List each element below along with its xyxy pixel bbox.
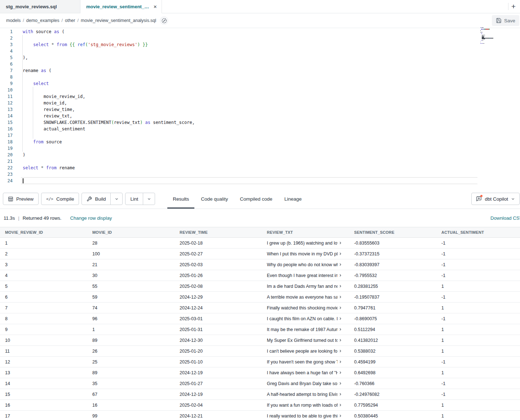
review-text: If you haven't seen the gong show TV s… (267, 359, 338, 365)
file-tab-movie-review-sentiment[interactable]: movie_review_sentiment_… ✕ (80, 0, 162, 13)
sql-code-editor[interactable]: 1with source as (23 select * from {{ ref… (0, 28, 520, 189)
expand-cell-icon[interactable] (339, 392, 342, 397)
code-line[interactable]: 19 (0, 145, 520, 152)
review-txt-cell: I caught this film on AZN on cable. It s… (262, 313, 349, 324)
build-button[interactable]: Build (82, 193, 110, 205)
cell: 99 (87, 411, 175, 420)
cell: 6 (0, 292, 87, 302)
breadcrumb-item[interactable]: other (65, 18, 75, 23)
expand-cell-icon[interactable] (339, 370, 342, 375)
code-minimap[interactable] (480, 27, 504, 47)
breadcrumb-bar: models/demo_examples/other/movie_review_… (0, 13, 520, 28)
copilot-compass-icon[interactable] (160, 16, 168, 25)
download-csv-link[interactable]: Download CSV (490, 209, 520, 227)
expand-cell-icon[interactable] (339, 316, 342, 321)
breadcrumb-item[interactable]: models (6, 18, 21, 23)
cell: 1 (436, 400, 520, 410)
column-header-movie_id[interactable]: MOVIE_ID (87, 230, 175, 234)
wrench-icon (87, 196, 92, 202)
lint-button[interactable]: Lint (125, 193, 143, 205)
review-text: When I put this movie in my DVD playe… (267, 251, 338, 256)
dbt-copilot-button[interactable]: dbt Copilot (471, 193, 520, 205)
code-line[interactable]: 6 (0, 61, 520, 67)
text-cursor (23, 178, 23, 183)
code-line[interactable]: 22select * from rename (0, 165, 520, 171)
code-line[interactable]: 16 actual_sentiment (0, 126, 520, 132)
expand-cell-icon[interactable] (339, 251, 342, 256)
expand-cell-icon[interactable] (339, 284, 342, 289)
cell: 0.77595294 (349, 400, 436, 410)
expand-cell-icon[interactable] (339, 349, 342, 353)
status-separator: | (18, 215, 19, 221)
expand-cell-icon[interactable] (339, 327, 342, 332)
expand-cell-icon[interactable] (339, 305, 342, 310)
code-line[interactable]: 23 (0, 171, 520, 178)
column-header-sentiment_score[interactable]: SENTIMENT_SCORE (349, 230, 436, 234)
line-number: 23 (0, 171, 13, 178)
expand-cell-icon[interactable] (339, 403, 342, 407)
code-line[interactable]: 21 (0, 158, 520, 165)
save-button-label: Save (504, 18, 515, 23)
build-dropdown-button[interactable] (110, 193, 122, 205)
code-line[interactable]: 13 review_time, (0, 106, 520, 113)
code-line[interactable]: 4 (0, 48, 520, 54)
column-header-review_time[interactable]: REVIEW_TIME (175, 230, 262, 234)
cell: 8 (0, 313, 87, 324)
lint-dropdown-button[interactable] (143, 193, 155, 205)
tab-results[interactable]: Results (167, 189, 194, 209)
code-line[interactable]: 17 (0, 132, 520, 139)
code-line[interactable]: 10 (0, 87, 520, 93)
code-line[interactable]: 15 SNOWFLAKE.CORTEX.SENTIMENT(review_txt… (0, 119, 520, 126)
code-line[interactable]: 20) (0, 152, 520, 158)
code-text: review_time, (13, 106, 75, 113)
expand-cell-icon[interactable] (339, 262, 342, 267)
cell: 7 (0, 303, 87, 313)
tab-compiled-code[interactable]: Compiled code (234, 189, 278, 209)
save-button[interactable]: Save (492, 15, 519, 26)
expand-cell-icon[interactable] (339, 338, 342, 343)
expand-cell-icon[interactable] (339, 241, 342, 245)
results-grid-header: MOVIE_REVIEW_IDMOVIE_IDREVIEW_TIMEREVIEW… (0, 227, 520, 238)
code-line[interactable]: 18 from source (0, 139, 520, 145)
tab-code-quality[interactable]: Code quality (195, 189, 233, 209)
review-text: Even though I have great interest in Bi… (267, 273, 338, 278)
new-tab-button[interactable]: + (508, 1, 519, 12)
close-tab-icon[interactable]: ✕ (153, 4, 157, 9)
code-line[interactable]: 9 select (0, 80, 520, 87)
code-line[interactable]: 12 movie_id, (0, 100, 520, 106)
breadcrumb-item[interactable]: movie_review_sentiment_analysis.sql (81, 18, 156, 23)
code-text: review_txt, (13, 113, 72, 119)
code-line[interactable]: 24 (0, 178, 520, 184)
column-header-movie_review_id[interactable]: MOVIE_REVIEW_ID (0, 230, 87, 234)
code-line[interactable]: 11 movie_review_id, (0, 93, 520, 100)
cell: 1 (87, 324, 175, 335)
breadcrumb-item[interactable]: demo_examples (26, 18, 60, 23)
cell: 2025-02-08 (175, 281, 262, 291)
expand-cell-icon[interactable] (339, 414, 342, 418)
file-tab-stg-movie-reviews[interactable]: stg_movie_reviews.sql (0, 0, 80, 13)
code-line[interactable]: 7rename as ( (0, 67, 520, 74)
code-line[interactable]: 1with source as ( (0, 28, 520, 35)
compile-button[interactable]: </> Compile (41, 193, 79, 205)
cell: 2024-12-24 (175, 303, 262, 313)
cell: 2025-02-27 (175, 249, 262, 259)
column-header-review_txt[interactable]: REVIEW_TXT (262, 230, 349, 234)
expand-cell-icon[interactable] (339, 381, 342, 386)
expand-cell-icon[interactable] (339, 273, 342, 278)
code-line[interactable]: 2 (0, 35, 520, 41)
table-row: 17992024-12-21I really wanted to be able… (0, 411, 520, 420)
table-row: 14352025-01-27Greg Davis and Bryan Daly … (0, 378, 520, 389)
breadcrumb: models/demo_examples/other/movie_review_… (6, 18, 156, 23)
preview-button[interactable]: Preview (3, 193, 39, 205)
column-header-actual_sentiment[interactable]: ACTUAL_SENTIMENT (436, 230, 520, 234)
change-row-display-link[interactable]: Change row display (70, 215, 112, 221)
tab-lineage[interactable]: Lineage (279, 189, 307, 209)
expand-cell-icon[interactable] (339, 295, 342, 299)
cell: 0.28381255 (349, 281, 436, 291)
expand-cell-icon[interactable] (339, 359, 342, 364)
code-line[interactable]: 8 (0, 74, 520, 80)
code-line[interactable]: 3 select * from {{ ref('stg_movie_review… (0, 41, 520, 48)
table-row: 13892024-12-19I have always been a huge … (0, 367, 520, 378)
code-line[interactable]: 5), (0, 54, 520, 61)
code-line[interactable]: 14 review_txt, (0, 113, 520, 119)
